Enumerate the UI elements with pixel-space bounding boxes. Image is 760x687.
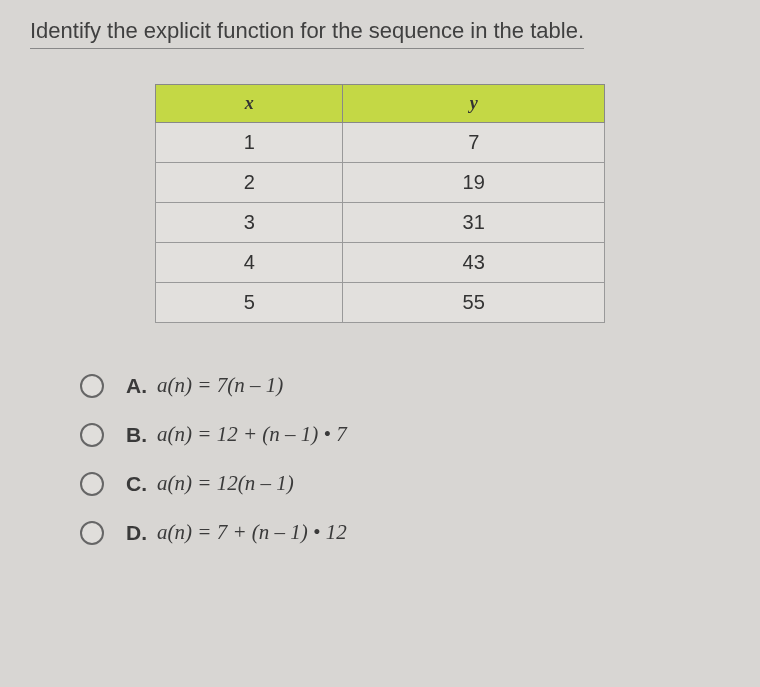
option-formula: a(n) = 12(n – 1): [157, 471, 294, 496]
table-container: x y 1 7 2 19 3 31 4 43 5 55: [30, 84, 730, 323]
radio-icon[interactable]: [80, 521, 104, 545]
cell-y: 19: [343, 163, 605, 203]
table-row: 4 43: [156, 243, 605, 283]
radio-icon[interactable]: [80, 472, 104, 496]
table-header-x: x: [156, 85, 343, 123]
cell-x: 3: [156, 203, 343, 243]
option-c[interactable]: C. a(n) = 12(n – 1): [80, 471, 730, 496]
option-label: C.: [126, 472, 147, 496]
options-list: A. a(n) = 7(n – 1) B. a(n) = 12 + (n – 1…: [30, 373, 730, 545]
cell-x: 4: [156, 243, 343, 283]
cell-y: 55: [343, 283, 605, 323]
option-d[interactable]: D. a(n) = 7 + (n – 1) • 12: [80, 520, 730, 545]
table-row: 5 55: [156, 283, 605, 323]
option-b[interactable]: B. a(n) = 12 + (n – 1) • 7: [80, 422, 730, 447]
table-row: 2 19: [156, 163, 605, 203]
table-row: 1 7: [156, 123, 605, 163]
option-formula: a(n) = 12 + (n – 1) • 7: [157, 422, 347, 447]
option-label: A.: [126, 374, 147, 398]
cell-x: 1: [156, 123, 343, 163]
question-text: Identify the explicit function for the s…: [30, 18, 584, 49]
option-label: B.: [126, 423, 147, 447]
cell-x: 2: [156, 163, 343, 203]
cell-y: 31: [343, 203, 605, 243]
option-a[interactable]: A. a(n) = 7(n – 1): [80, 373, 730, 398]
cell-y: 43: [343, 243, 605, 283]
table-header-y: y: [343, 85, 605, 123]
radio-icon[interactable]: [80, 423, 104, 447]
cell-y: 7: [343, 123, 605, 163]
option-label: D.: [126, 521, 147, 545]
option-formula: a(n) = 7(n – 1): [157, 373, 283, 398]
data-table: x y 1 7 2 19 3 31 4 43 5 55: [155, 84, 605, 323]
option-formula: a(n) = 7 + (n – 1) • 12: [157, 520, 347, 545]
cell-x: 5: [156, 283, 343, 323]
table-row: 3 31: [156, 203, 605, 243]
radio-icon[interactable]: [80, 374, 104, 398]
